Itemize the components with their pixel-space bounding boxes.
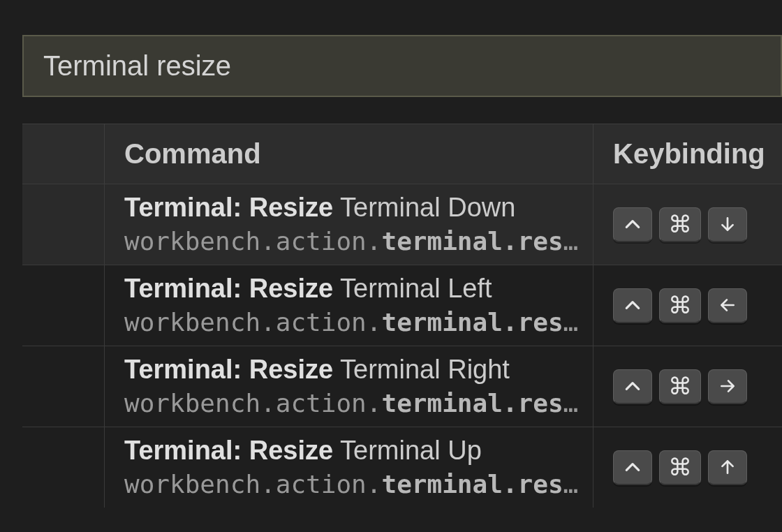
row-gutter — [22, 427, 105, 508]
command-title-rest: Terminal Up — [333, 436, 482, 465]
command-title: Terminal: Resize Terminal Down — [124, 191, 593, 225]
command-title-match: Terminal: Resize — [124, 274, 333, 303]
keybinding-cell: ⌘ — [593, 265, 782, 346]
command-cell: Terminal: Resize Terminal Rightworkbench… — [105, 346, 593, 427]
command-id: workbench.action.terminal.resiz… — [124, 306, 593, 339]
command-title-rest: Terminal Left — [333, 274, 492, 303]
keybindings-table: Command Keybinding Terminal: Resize Term… — [22, 124, 782, 508]
command-id: workbench.action.terminal.resiz… — [124, 387, 593, 420]
key-ctrl-icon — [613, 369, 652, 404]
key-cmd-icon: ⌘ — [659, 288, 701, 323]
command-title: Terminal: Resize Terminal Up — [124, 434, 593, 468]
command-id: workbench.action.terminal.resiz… — [124, 468, 593, 501]
command-id: workbench.action.terminal.resiz… — [124, 226, 593, 258]
command-title-rest: Terminal Down — [333, 193, 515, 222]
key-cmd-icon: ⌘ — [659, 207, 701, 242]
command-title-match: Terminal: Resize — [124, 193, 333, 222]
command-title-rest: Terminal Right — [333, 355, 510, 384]
command-title-match: Terminal: Resize — [124, 355, 333, 384]
keybinding-cell: ⌘ — [593, 184, 782, 265]
search-container — [22, 35, 782, 97]
command-cell: Terminal: Resize Terminal Downworkbench.… — [105, 184, 593, 265]
header-gutter — [22, 124, 105, 184]
key-cmd-icon: ⌘ — [659, 369, 701, 404]
command-title: Terminal: Resize Terminal Left — [124, 272, 593, 306]
keybinding-cell: ⌘ — [593, 346, 782, 427]
key-ctrl-icon — [613, 207, 652, 242]
command-id-match: terminal.resiz — [381, 470, 593, 498]
row-gutter — [22, 346, 105, 427]
key-arrow-up-icon — [708, 450, 747, 485]
key-arrow-right-icon — [708, 369, 747, 404]
command-title-match: Terminal: Resize — [124, 436, 333, 465]
command-cell: Terminal: Resize Terminal Leftworkbench.… — [105, 265, 593, 346]
command-id-prefix: workbench.action. — [124, 308, 381, 337]
command-id-match: terminal.resiz — [381, 389, 593, 418]
command-id-match: terminal.resiz — [381, 308, 593, 337]
command-title: Terminal: Resize Terminal Right — [124, 353, 593, 387]
search-input[interactable] — [22, 35, 782, 97]
table-row[interactable]: Terminal: Resize Terminal Leftworkbench.… — [22, 265, 782, 346]
key-ctrl-icon — [613, 450, 652, 485]
table-row[interactable]: Terminal: Resize Terminal Downworkbench.… — [22, 184, 782, 265]
key-ctrl-icon — [613, 288, 652, 323]
command-cell: Terminal: Resize Terminal Upworkbench.ac… — [105, 427, 593, 508]
editor-tabs-strip — [0, 0, 782, 7]
command-id-prefix: workbench.action. — [124, 389, 381, 418]
key-cmd-icon: ⌘ — [659, 450, 701, 485]
keybinding-cell: ⌘ — [593, 427, 782, 508]
key-arrow-left-icon — [708, 288, 747, 323]
command-id-match: terminal.resiz — [381, 227, 593, 256]
table-row[interactable]: Terminal: Resize Terminal Rightworkbench… — [22, 346, 782, 427]
row-gutter — [22, 265, 105, 346]
command-id-prefix: workbench.action. — [124, 470, 381, 498]
command-id-prefix: workbench.action. — [124, 227, 381, 256]
table-row[interactable]: Terminal: Resize Terminal Upworkbench.ac… — [22, 427, 782, 508]
row-gutter — [22, 184, 105, 265]
key-arrow-down-icon — [708, 207, 747, 242]
table-header-row: Command Keybinding — [22, 124, 782, 184]
header-command[interactable]: Command — [105, 124, 593, 184]
header-keybinding[interactable]: Keybinding — [593, 124, 782, 184]
